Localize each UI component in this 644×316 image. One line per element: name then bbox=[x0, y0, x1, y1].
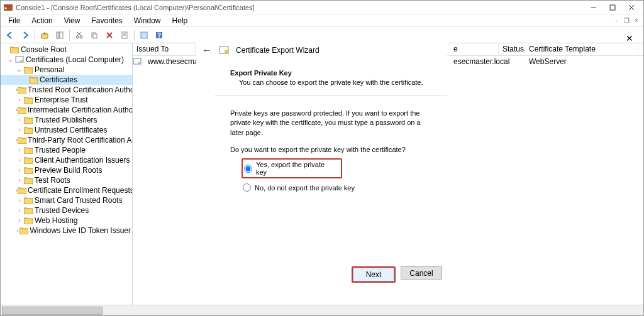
next-button[interactable]: Next bbox=[352, 266, 396, 283]
menu-favorites[interactable]: Favorites bbox=[87, 15, 128, 26]
dialog-sub: You can choose to export the private key… bbox=[230, 78, 428, 87]
tree-label: Untrusted Certificates bbox=[35, 126, 107, 134]
folder-icon bbox=[9, 45, 19, 54]
tree-trusted-devices[interactable]: ›Trusted Devices bbox=[1, 205, 132, 215]
svg-rect-21 bbox=[141, 32, 147, 38]
tree-label: Personal bbox=[35, 65, 64, 74]
tree-label: Trusted Root Certification Authorities bbox=[28, 85, 133, 94]
tree-intermediate[interactable]: ›Intermediate Certification Authorities bbox=[1, 105, 132, 115]
delete-button[interactable] bbox=[103, 28, 116, 42]
titlebar-text: Console1 - [Console Root\Certificates (L… bbox=[16, 4, 584, 11]
export-wizard-dialog: ✕ ← Certificate Export Wizard Export Pri… bbox=[196, 30, 447, 290]
folder-icon bbox=[28, 75, 38, 84]
tree-label: Certificate Enrollment Requests bbox=[28, 186, 133, 195]
folder-icon bbox=[23, 116, 33, 124]
tree-label: Certificates bbox=[40, 75, 77, 84]
folder-icon bbox=[19, 226, 28, 235]
col-status[interactable]: Status bbox=[499, 43, 525, 56]
tree-client-auth[interactable]: ›Client Authentication Issuers bbox=[1, 155, 132, 165]
back-button[interactable] bbox=[3, 28, 17, 42]
menu-view[interactable]: View bbox=[59, 15, 86, 26]
tree-smart-card[interactable]: ›Smart Card Trusted Roots bbox=[1, 195, 132, 205]
cell-issued-to: www.thesecmaster.l bbox=[144, 57, 201, 66]
dialog-heading: Export Private Key bbox=[230, 68, 428, 78]
tree-label: Enterprise Trust bbox=[35, 95, 88, 104]
svg-rect-9 bbox=[60, 32, 63, 38]
close-button[interactable] bbox=[622, 1, 641, 14]
forward-button[interactable] bbox=[18, 28, 32, 42]
dialog-info: Private keys are password protected. If … bbox=[230, 109, 428, 138]
folder-icon bbox=[23, 166, 33, 175]
mdi-minimize-icon[interactable]: - bbox=[612, 16, 621, 25]
right-columns: e Status Certificate Template esecmaster… bbox=[450, 43, 638, 67]
svg-rect-8 bbox=[57, 32, 59, 38]
menu-window[interactable]: Window bbox=[129, 15, 166, 26]
folder-icon bbox=[23, 146, 33, 155]
mdi-close-icon[interactable]: × bbox=[632, 16, 641, 25]
tree-windows-live[interactable]: ›Windows Live ID Token Issuer bbox=[1, 226, 132, 236]
svg-point-2 bbox=[5, 7, 7, 9]
tree-certificates[interactable]: Certificates bbox=[1, 75, 132, 85]
tree-certificates-lc[interactable]: ⌄Certificates (Local Computer) bbox=[1, 55, 132, 65]
back-arrow-icon[interactable]: ← bbox=[202, 45, 212, 56]
tree-trusted-people[interactable]: ›Trusted People bbox=[1, 145, 132, 155]
tree-test-roots[interactable]: ›Test Roots bbox=[1, 175, 132, 185]
cell-issued-by: esecmaster.local bbox=[450, 57, 499, 66]
col-issued-to[interactable]: Issued To bbox=[133, 43, 196, 55]
folder-icon bbox=[23, 95, 33, 104]
menu-action[interactable]: Action bbox=[26, 15, 57, 26]
copy-button[interactable] bbox=[87, 28, 101, 42]
radio-yes-input[interactable] bbox=[244, 165, 252, 173]
menubar: File Action View Favorites Window Help -… bbox=[1, 14, 643, 27]
svg-point-11 bbox=[80, 36, 82, 38]
tree-label: Third-Party Root Certification Authoriti… bbox=[28, 136, 133, 144]
minimize-button[interactable] bbox=[584, 1, 603, 14]
properties-button[interactable] bbox=[118, 28, 131, 42]
dialog-title: Certificate Export Wizard bbox=[236, 46, 319, 55]
tree-console-root[interactable]: Console Root bbox=[1, 45, 132, 55]
tree-label: Windows Live ID Token Issuer bbox=[30, 226, 131, 235]
col-template[interactable]: Certificate Template bbox=[525, 43, 638, 56]
tree-untrusted[interactable]: ›Untrusted Certificates bbox=[1, 125, 132, 135]
folder-icon bbox=[23, 206, 33, 215]
tree-web-hosting[interactable]: ›Web Hosting bbox=[1, 215, 132, 226]
titlebar: Console1 - [Console Root\Certificates (L… bbox=[1, 1, 643, 14]
tree-cert-enroll[interactable]: ›Certificate Enrollment Requests bbox=[1, 185, 132, 195]
mdi-restore-icon[interactable]: ❐ bbox=[622, 16, 631, 25]
tree-label: Test Roots bbox=[35, 176, 70, 185]
tree-trusted-root[interactable]: ›Trusted Root Certification Authorities bbox=[1, 85, 132, 95]
dialog-close-button[interactable]: ✕ bbox=[623, 33, 636, 46]
tree-label: Intermediate Certification Authorities bbox=[28, 106, 133, 114]
maximize-button[interactable] bbox=[603, 1, 622, 14]
svg-rect-4 bbox=[610, 5, 615, 10]
tree-label: Web Hosting bbox=[35, 216, 77, 225]
cancel-button[interactable]: Cancel bbox=[401, 266, 442, 280]
tree-enterprise-trust[interactable]: ›Enterprise Trust bbox=[1, 95, 132, 105]
folder-icon bbox=[23, 65, 33, 74]
refresh-button[interactable] bbox=[137, 28, 151, 42]
dialog-question: Do you want to export the private key wi… bbox=[230, 145, 428, 155]
radio-yes[interactable]: Yes, export the private key bbox=[242, 158, 342, 178]
folder-icon bbox=[18, 136, 26, 144]
svg-text:?: ? bbox=[157, 32, 161, 39]
radio-yes-label: Yes, export the private key bbox=[256, 161, 337, 176]
folder-icon bbox=[23, 216, 33, 225]
horizontal-scrollbar[interactable] bbox=[1, 305, 643, 315]
app-icon bbox=[3, 3, 13, 13]
menu-file[interactable]: File bbox=[3, 15, 25, 26]
radio-no[interactable]: No, do not export the private key bbox=[242, 182, 428, 193]
tree-preview-build[interactable]: ›Preview Build Roots bbox=[1, 165, 132, 175]
radio-no-input[interactable] bbox=[243, 183, 251, 192]
tree-third-party[interactable]: ›Third-Party Root Certification Authorit… bbox=[1, 135, 132, 145]
cut-button[interactable] bbox=[72, 28, 86, 42]
help-button[interactable]: ? bbox=[152, 28, 166, 42]
menu-help[interactable]: Help bbox=[167, 15, 193, 26]
col-issued-by[interactable]: e bbox=[450, 43, 499, 56]
tree-trusted-publishers[interactable]: ›Trusted Publishers bbox=[1, 115, 132, 125]
tree-personal[interactable]: ⌄Personal bbox=[1, 65, 132, 75]
show-hide-button[interactable] bbox=[53, 28, 67, 42]
certificate-icon bbox=[133, 57, 143, 66]
up-button[interactable] bbox=[38, 28, 52, 42]
tree-label: Client Authentication Issuers bbox=[35, 156, 130, 165]
tree-label: Smart Card Trusted Roots bbox=[35, 196, 122, 205]
